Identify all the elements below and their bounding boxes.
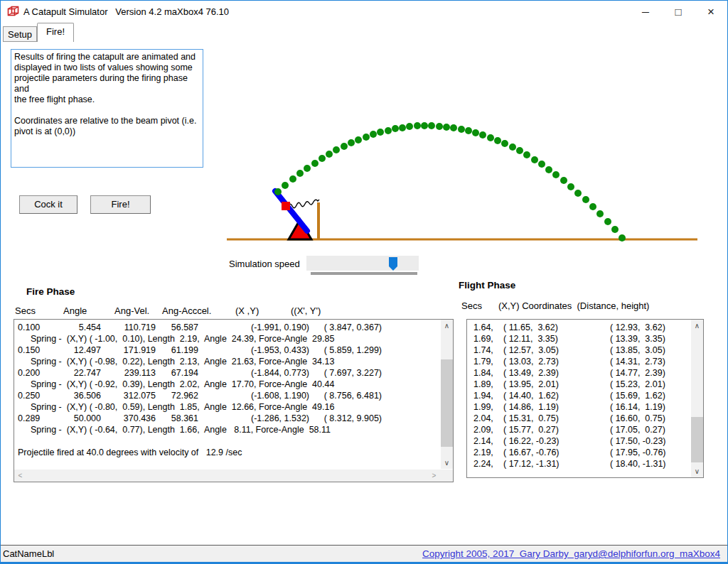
fire-hscrollbar[interactable] [14,470,453,482]
flight-phase-row[interactable]: 2.04,( 15.31, 0.75)( 16.60, 0.75) [468,413,695,424]
fire-phase-row[interactable]: 0.1005.454110.71956.587(-1.991, 0.190)( … [15,322,382,333]
flight-phase-row[interactable]: 1.74,( 12.57, 3.05)( 13.85, 3.05) [468,345,695,356]
app-cube-icon [7,6,19,18]
flight-scroll-up-icon[interactable]: ∧ [691,320,703,332]
fire-vscroll-thumb[interactable] [441,359,453,447]
tab-setup[interactable]: Setup [3,26,37,42]
fire-scroll-down-icon[interactable]: ∨ [441,457,453,469]
fire-phase-row[interactable]: Spring - (X,Y) ( -1.00, 0.10), Length 2.… [15,333,382,345]
simulation-speed-label: Simulation speed [229,259,300,269]
flight-phase-row[interactable]: 1.89,( 13.95, 2.01)( 15.23, 2.01) [468,379,695,390]
fire-phase-row[interactable] [15,435,382,447]
flight-phase-row[interactable]: 1.99,( 14.86, 1.19)( 16.14, 1.19) [468,401,695,413]
flight-phase-row[interactable]: 1.84,( 13.49, 2.39)( 14.77, 2.39) [468,367,695,379]
catapult-beam [275,191,307,231]
fire-col-secs: Secs [15,305,36,316]
title-bar: A Catapult Simulator Version 4.2 maXbox4… [1,1,727,23]
fire-scroll-up-icon[interactable]: ∧ [441,320,453,332]
cock-it-button[interactable]: Cock it [19,195,77,214]
fire-scroll-left-icon[interactable]: < [14,470,26,482]
fire-phase-row[interactable]: 0.25036.506312.07572.962(-1.608, 1.190)(… [15,390,382,401]
flight-phase-row[interactable]: 1.94,( 14.40, 1.62)( 15.69, 1.62) [468,390,695,401]
minimize-button[interactable]: ─ [629,1,662,23]
maximize-button[interactable]: □ [662,1,695,23]
tab-fire[interactable]: Fire! [37,23,74,42]
fire-scroll-right-icon[interactable]: > [428,470,440,482]
fire-phase-rows: 0.1005.454110.71956.587(-1.991, 0.190)( … [15,322,382,458]
fire-phase-list[interactable]: 0.1005.454110.71956.587(-1.991, 0.190)( … [14,319,454,482]
fire-phase-row[interactable]: 0.20022.747239.11367.194(-1.844, 0.773)(… [15,367,382,379]
flight-phase-row[interactable]: 2.09,( 15.77, 0.27)( 17.05, 0.27) [468,424,695,435]
fire-phase-row[interactable]: Spring - (X,Y) ( -0.64, 0.77), Length 1.… [15,424,382,435]
minimize-icon: ─ [642,6,649,18]
simulation-speed-slider[interactable] [306,256,419,271]
flight-phase-row[interactable]: 2.19,( 16.67, -0.76)( 17.95, -0.76) [468,447,695,458]
status-bar: CatNameLbl Copyright 2005, 2017 Gary Dar… [1,545,727,563]
fire-phase-row[interactable]: Projectile fired at 40.0 degrees with ve… [15,447,382,458]
copyright-link[interactable]: Copyright 2005, 2017 Gary Darby garyd@de… [422,548,720,559]
fire-phase-title: Fire Phase [26,286,75,297]
fire-col-xpyp: ((X', Y') [291,305,321,316]
fire-col-angvel: Ang-Vel. [114,305,149,316]
flight-phase-list[interactable]: 1.64,( 11.65, 3.62)( 12.93, 3.62)1.69,( … [466,319,704,478]
fire-col-xy: (X ,Y) [235,305,259,316]
flight-phase-row[interactable]: 1.64,( 11.65, 3.62)( 12.93, 3.62) [468,322,695,333]
flight-phase-row[interactable]: 2.14,( 16.22, -0.23)( 17.50, -0.23) [468,435,695,447]
fire-phase-row[interactable]: Spring - (X,Y) ( -0.98, 0.22), Length 2.… [15,356,382,367]
fire-phase-row[interactable]: 0.15012.497171.91961.199(-1.953, 0.433)(… [15,345,382,356]
flight-col-coords: (X,Y) Coordinates (Distance, height) [498,300,649,311]
fire-phase-row[interactable]: Spring - (X,Y) ( -0.92, 0.39), Length 2.… [15,379,382,390]
flight-vscroll-thumb[interactable] [691,417,703,462]
catapult-spring [288,200,319,208]
status-label: CatNameLbl [3,548,54,559]
slider-channel [311,272,417,275]
flight-col-secs: Secs [461,300,482,311]
description-memo[interactable]: Results of firing the catapult are anima… [11,49,203,168]
close-button[interactable]: × [695,1,727,23]
flight-phase-rows: 1.64,( 11.65, 3.62)( 12.93, 3.62)1.69,( … [468,322,695,470]
fire-col-angacc: Ang-Acccel. [162,305,211,316]
flight-phase-title: Flight Phase [459,280,515,291]
flight-phase-row[interactable]: 2.24,( 17.12, -1.31)( 18.40, -1.31) [468,458,695,470]
window-title: A Catapult Simulator Version 4.2 maXbox4… [23,6,229,17]
app-window: A Catapult Simulator Version 4.2 maXbox4… [0,0,728,564]
fire-col-angle: Angle [63,305,87,316]
flight-phase-row[interactable]: 1.79,( 13.03, 2.73)( 14.31, 2.73) [468,356,695,367]
fire-button[interactable]: Fire! [90,195,151,214]
flight-phase-row[interactable]: 1.69,( 12.11, 3.35)( 13.39, 3.35) [468,333,695,345]
trajectory-dots [274,122,626,242]
catapult-pivot-square [282,202,290,210]
fire-phase-row[interactable]: 0.28950.000370.43658.361(-1.286, 1.532)(… [15,413,382,424]
flight-scroll-down-icon[interactable]: ∨ [691,465,703,477]
fire-phase-row[interactable]: Spring - (X,Y) ( -0.80, 0.59), Length 1.… [15,401,382,413]
catapult-base-triangle [289,219,311,239]
close-icon: × [707,5,714,19]
maximize-icon: □ [675,6,681,18]
